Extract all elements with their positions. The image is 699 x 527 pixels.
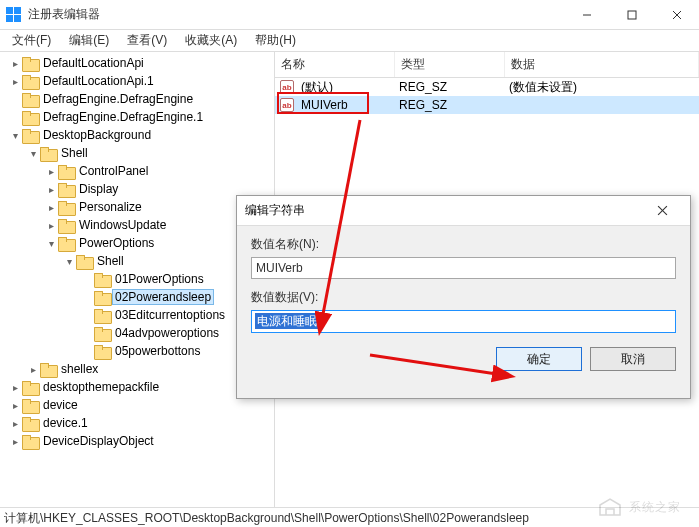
tree-item-label: Shell [95,254,126,268]
ok-button[interactable]: 确定 [496,347,582,371]
tree-item[interactable]: 01PowerOptions [0,270,274,288]
col-name[interactable]: 名称 [275,52,395,77]
tree-pane[interactable]: ▸DefaultLocationApi▸DefaultLocationApi.1… [0,52,275,507]
value-data-field[interactable]: 电源和睡眠 [251,310,676,333]
expander-icon[interactable]: ▸ [44,184,58,195]
tree-item[interactable]: ▸desktopthemepackfile [0,378,274,396]
expander-icon[interactable]: ▾ [26,148,40,159]
folder-icon [94,273,110,286]
folder-icon [22,435,38,448]
dialog-title: 编辑字符串 [245,202,642,219]
tree-item[interactable]: ▾Shell [0,252,274,270]
list-row[interactable]: ab(默认)REG_SZ(数值未设置) [275,78,699,96]
edit-string-dialog: 编辑字符串 数值名称(N): 数值数据(V): 电源和睡眠 确定 取消 [236,195,691,399]
folder-icon [22,381,38,394]
tree-item-label: PowerOptions [77,236,156,250]
folder-icon [40,363,56,376]
col-type[interactable]: 类型 [395,52,505,77]
tree-item[interactable]: ▸Display [0,180,274,198]
tree-item-label: WindowsUpdate [77,218,168,232]
tree-item[interactable]: ▾PowerOptions [0,234,274,252]
tree-item-label: DeviceDisplayObject [41,434,156,448]
folder-icon [40,147,56,160]
tree-item[interactable]: DefragEngine.DefragEngine.1 [0,108,274,126]
expander-icon[interactable]: ▾ [62,256,76,267]
menu-edit[interactable]: 编辑(E) [61,29,117,52]
expander-icon[interactable]: ▸ [8,400,22,411]
tree-item[interactable]: ▸DeviceDisplayObject [0,432,274,450]
folder-icon [22,399,38,412]
value-data-label: 数值数据(V): [251,289,676,306]
folder-icon [22,111,38,124]
dialog-close-button[interactable] [642,196,682,226]
expander-icon[interactable]: ▸ [8,436,22,447]
cell-name: MUIVerb [295,98,393,112]
expander-icon[interactable]: ▸ [8,382,22,393]
expander-icon[interactable]: ▾ [44,238,58,249]
tree-item-label: shellex [59,362,100,376]
expander-icon[interactable]: ▸ [44,220,58,231]
tree-item-label: device.1 [41,416,90,430]
menu-view[interactable]: 查看(V) [119,29,175,52]
tree-item-label: DefragEngine.DefragEngine [41,92,195,106]
folder-icon [94,291,110,304]
expander-icon[interactable]: ▸ [8,76,22,87]
app-icon [6,7,22,23]
tree-item[interactable]: ▸DefaultLocationApi.1 [0,72,274,90]
tree-item-label: ControlPanel [77,164,150,178]
tree-item[interactable]: 03Editcurrentoptions [0,306,274,324]
expander-icon[interactable]: ▸ [8,58,22,69]
statusbar: 计算机\HKEY_CLASSES_ROOT\DesktopBackground\… [0,507,699,527]
expander-icon[interactable]: ▸ [8,418,22,429]
col-data[interactable]: 数据 [505,52,699,77]
expander-icon[interactable]: ▸ [44,202,58,213]
tree-item[interactable]: ▸device.1 [0,414,274,432]
tree-item[interactable]: 02Powerandsleep [0,288,274,306]
tree-item[interactable]: DefragEngine.DefragEngine [0,90,274,108]
tree-item[interactable]: ▸Personalize [0,198,274,216]
tree-item[interactable]: ▸DefaultLocationApi [0,54,274,72]
svg-rect-1 [628,11,636,19]
watermark: 系统之家 [597,497,681,517]
close-button[interactable] [654,0,699,30]
cancel-button[interactable]: 取消 [590,347,676,371]
tree-item-label: 04advpoweroptions [113,326,221,340]
folder-icon [58,183,74,196]
folder-icon [58,201,74,214]
maximize-button[interactable] [609,0,654,30]
folder-icon [22,75,38,88]
tree-item[interactable]: ▾Shell [0,144,274,162]
value-name-label: 数值名称(N): [251,236,676,253]
tree-item[interactable]: ▸shellex [0,360,274,378]
menu-help[interactable]: 帮助(H) [247,29,304,52]
tree-item-label: 01PowerOptions [113,272,206,286]
string-value-icon: ab [279,97,295,113]
cell-type: REG_SZ [393,80,503,94]
cell-data: (数值未设置) [503,79,699,96]
cell-type: REG_SZ [393,98,503,112]
tree-item[interactable]: ▾DesktopBackground [0,126,274,144]
tree-item[interactable]: ▸ControlPanel [0,162,274,180]
tree-item[interactable]: ▸device [0,396,274,414]
tree-item-label: 02Powerandsleep [113,290,213,304]
list-row[interactable]: abMUIVerbREG_SZ [275,96,699,114]
tree-item-label: DesktopBackground [41,128,153,142]
string-value-icon: ab [279,79,295,95]
expander-icon[interactable]: ▸ [44,166,58,177]
tree-item[interactable]: ▸WindowsUpdate [0,216,274,234]
tree-item-label: DefaultLocationApi.1 [41,74,156,88]
tree-item-label: desktopthemepackfile [41,380,161,394]
window-title: 注册表编辑器 [28,6,564,23]
minimize-button[interactable] [564,0,609,30]
tree-item-label: DefragEngine.DefragEngine.1 [41,110,205,124]
menu-favorites[interactable]: 收藏夹(A) [177,29,245,52]
expander-icon[interactable]: ▾ [8,130,22,141]
folder-icon [22,129,38,142]
menu-file[interactable]: 文件(F) [4,29,59,52]
tree-item[interactable]: 05powerbottons [0,342,274,360]
tree-item[interactable]: 04advpoweroptions [0,324,274,342]
folder-icon [94,345,110,358]
expander-icon[interactable]: ▸ [26,364,40,375]
value-name-field[interactable] [251,257,676,279]
folder-icon [94,327,110,340]
